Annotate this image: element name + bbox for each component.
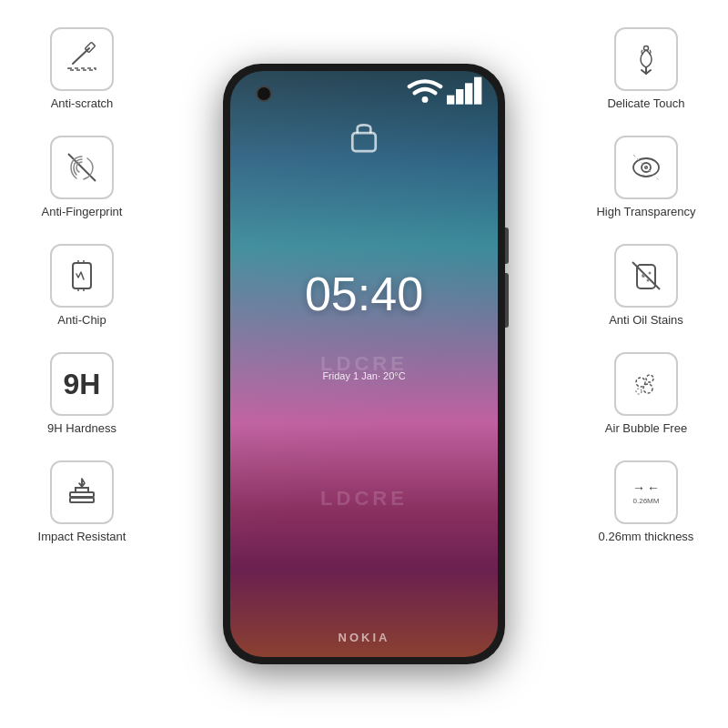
feature-transparency: High Transparency <box>596 136 695 218</box>
phone-body: LDCRE 05:40 Friday 1 Jan· 20°C LDCRE NOK… <box>223 64 505 664</box>
feature-9h: 9H 9H Hardness <box>47 352 116 435</box>
phone-display: LDCRE 05:40 Friday 1 Jan· 20°C LDCRE NOK… <box>223 64 505 664</box>
svg-point-24 <box>643 46 648 51</box>
touch-label: Delicate Touch <box>607 96 684 110</box>
brand-label: NOKIA <box>339 631 390 644</box>
svg-rect-18 <box>465 83 472 104</box>
svg-point-36 <box>643 384 652 393</box>
anti-scratch-icon-box <box>50 27 114 91</box>
watermark-bottom: LDCRE <box>320 487 408 511</box>
arrow-left: → <box>632 480 645 495</box>
oil-icon <box>628 258 664 294</box>
svg-rect-19 <box>474 77 481 105</box>
transparency-icon-box <box>614 136 678 199</box>
anti-scratch-label: Anti-scratch <box>51 96 114 110</box>
feature-anti-chip: Anti-Chip <box>50 244 114 327</box>
oil-label: Anti Oil Stains <box>609 313 683 327</box>
svg-point-37 <box>636 389 642 394</box>
status-icons <box>407 71 483 107</box>
side-button-power <box>505 273 509 328</box>
signal-icon <box>447 71 483 107</box>
fingerprint-icon <box>64 149 100 186</box>
9h-label: 9H Hardness <box>47 421 116 435</box>
status-bar <box>230 78 498 100</box>
thickness-icon-box: → ← 0.26MM <box>614 460 678 524</box>
svg-rect-17 <box>456 89 463 105</box>
9h-text: 9H <box>64 368 101 401</box>
svg-rect-9 <box>70 498 94 502</box>
arrow-right: ← <box>647 480 660 495</box>
svg-rect-0 <box>68 68 96 70</box>
lock-svg <box>346 116 382 153</box>
9h-hardness-icon-box: 9H <box>50 352 114 416</box>
feature-thickness: → ← 0.26MM 0.26mm thickness <box>599 460 694 543</box>
thickness-arrows: → ← <box>632 480 660 495</box>
bubble-label: Air Bubble Free <box>605 421 687 435</box>
anti-chip-icon-box <box>50 244 114 308</box>
svg-point-15 <box>422 96 429 103</box>
touch-icon <box>628 41 664 77</box>
svg-rect-16 <box>447 96 454 105</box>
date-display: Friday 1 Jan· 20°C <box>322 370 405 381</box>
feature-anti-fingerprint: Anti-Fingerprint <box>42 136 123 218</box>
wifi-icon <box>407 71 443 107</box>
svg-point-31 <box>642 274 645 278</box>
svg-rect-10 <box>70 492 94 497</box>
svg-point-32 <box>649 272 652 275</box>
transparency-label: High Transparency <box>596 205 695 218</box>
anti-chip-label: Anti-Chip <box>57 313 106 327</box>
anti-fingerprint-label: Anti-Fingerprint <box>42 205 123 218</box>
transparency-icon <box>628 149 664 186</box>
svg-line-3 <box>68 154 96 181</box>
feature-touch: Delicate Touch <box>607 27 684 110</box>
svg-point-35 <box>646 375 653 382</box>
anti-fingerprint-icon-box <box>50 136 114 199</box>
lock-icon <box>346 116 382 157</box>
bubble-icon-box <box>614 352 678 416</box>
feature-anti-scratch: Anti-scratch <box>50 27 114 110</box>
time-display: 05:40 <box>305 267 423 321</box>
oil-icon-box <box>614 244 678 308</box>
side-button-volume <box>505 228 509 264</box>
left-features: Anti-scratch Anti-Fingerprint <box>9 27 155 543</box>
thickness-value: 0.26MM <box>633 497 660 505</box>
phone-screen: LDCRE 05:40 Friday 1 Jan· 20°C LDCRE NOK… <box>230 71 498 657</box>
impact-icon-box <box>50 460 114 524</box>
impact-icon <box>64 474 100 511</box>
feature-oil: Anti Oil Stains <box>609 244 683 327</box>
thickness-label: 0.26mm thickness <box>599 530 694 543</box>
svg-point-33 <box>647 279 650 282</box>
scratch-icon <box>64 41 100 77</box>
svg-rect-20 <box>352 133 375 151</box>
svg-rect-2 <box>85 42 95 52</box>
feature-impact: Impact Resistant <box>38 460 126 543</box>
svg-point-34 <box>636 378 645 387</box>
impact-label: Impact Resistant <box>38 530 126 543</box>
feature-bubble: Air Bubble Free <box>605 352 687 435</box>
main-container: Anti-scratch Anti-Fingerprint <box>0 0 728 728</box>
right-features: Delicate Touch High Transparency <box>573 27 719 543</box>
touch-icon-box <box>614 27 678 91</box>
chip-icon <box>64 258 100 294</box>
bubble-icon <box>628 366 664 402</box>
